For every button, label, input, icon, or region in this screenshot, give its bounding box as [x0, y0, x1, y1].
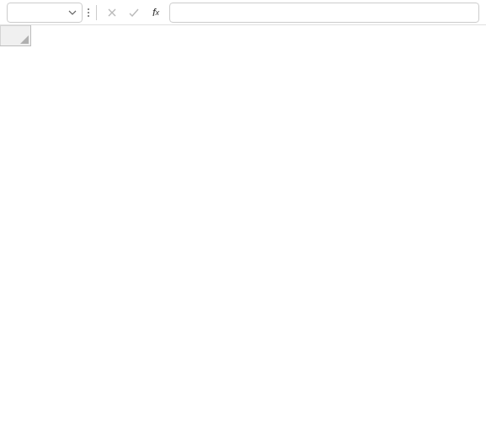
cancel-formula-icon: [104, 4, 120, 21]
chevron-down-icon[interactable]: [68, 8, 77, 17]
formula-input[interactable]: [169, 3, 479, 23]
formula-bar-row: fx: [0, 0, 486, 25]
enter-formula-icon: [126, 4, 142, 21]
spreadsheet-grid: [0, 25, 486, 46]
insert-function-icon[interactable]: fx: [147, 4, 164, 21]
separator: [96, 5, 97, 20]
select-all-corner[interactable]: [1, 26, 31, 46]
name-box[interactable]: [7, 3, 83, 23]
more-icon[interactable]: [88, 8, 89, 17]
